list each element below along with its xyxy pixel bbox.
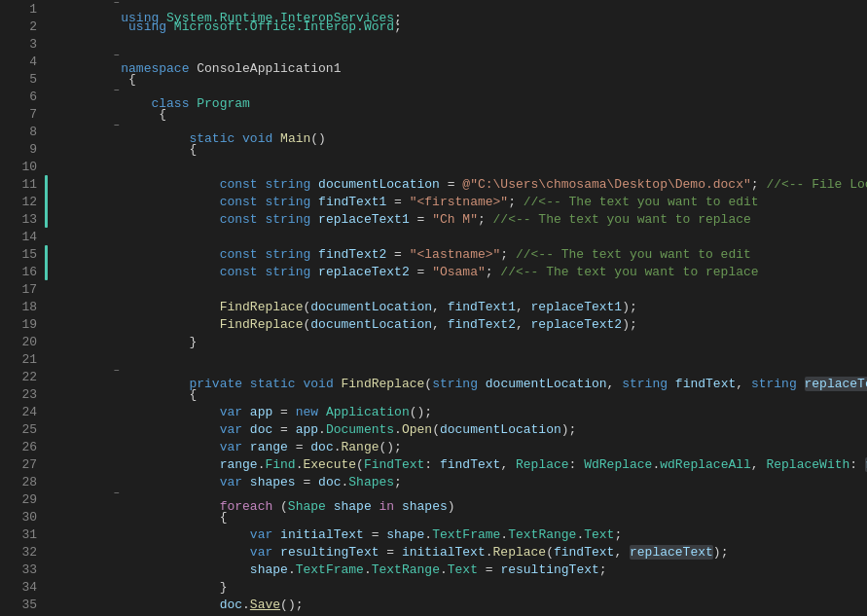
line-number: 18 (8, 300, 37, 314)
line-number: 7 (8, 107, 37, 122)
line-number: 3 (8, 37, 37, 52)
line-number: 6 (8, 90, 37, 104)
line-number: 26 (8, 440, 37, 454)
line-number: 10 (8, 160, 37, 174)
line-number: 33 (8, 562, 37, 577)
line-number: 17 (8, 282, 37, 297)
line-number: 12 (8, 195, 37, 209)
line-number: 4 (8, 54, 37, 69)
line-number: 14 (8, 230, 37, 244)
line-number: 20 (8, 335, 37, 349)
line-number: 29 (8, 492, 37, 507)
line-number: 31 (8, 527, 37, 542)
line-number: 32 (8, 545, 37, 560)
line-number: 2 (8, 19, 37, 34)
line-number: 22 (8, 370, 37, 384)
line-number: 28 (8, 475, 37, 489)
line-number: 9 (8, 142, 37, 157)
code-line: 16 const string replaceText2 = "Osama"; … (8, 263, 867, 280)
line-number: 5 (8, 72, 37, 87)
line-number: 21 (8, 352, 37, 367)
code-line: 13 const string replaceText1 = "Ch M"; /… (8, 210, 867, 228)
line-number: 27 (8, 457, 37, 472)
line-number: 24 (8, 405, 37, 419)
line-number: 19 (8, 317, 37, 332)
line-number: 15 (8, 247, 37, 262)
line-number: 34 (8, 580, 37, 595)
line-number: 13 (8, 212, 37, 227)
line-number: 11 (8, 177, 37, 192)
code-line: 9 { (8, 140, 867, 158)
line-number: 30 (8, 510, 37, 525)
code-line-content: doc.Close(); (53, 600, 867, 617)
line-number: 25 (8, 422, 37, 437)
line-number: 23 (8, 387, 37, 402)
line-number: 35 (8, 598, 37, 612)
code-editor: 1 – using System.Runtime.InteropServices… (0, 0, 867, 616)
line-number: 1 (8, 2, 37, 17)
code-content-area[interactable]: 1 – using System.Runtime.InteropServices… (0, 0, 867, 616)
line-number: 8 (8, 125, 37, 139)
line-number: 16 (8, 265, 37, 279)
